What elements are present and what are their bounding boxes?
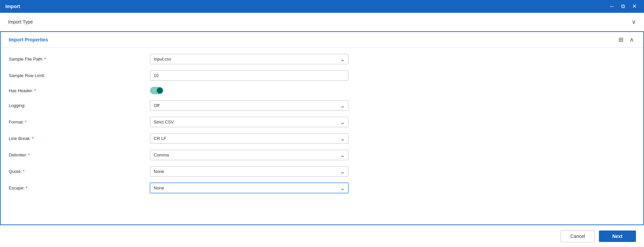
format-row: Format: * Strict CSV CSV TSV ⌄: [9, 117, 635, 127]
delimiter-select[interactable]: Comma Tab Semicolon Pipe: [150, 150, 348, 160]
escape-select-wrapper: None Backslash Double Quote ⌄: [150, 183, 348, 193]
content-area: Import Type ∨ Import Properties ⊞ ∧ Samp…: [0, 13, 644, 247]
delimiter-select-wrapper: Comma Tab Semicolon Pipe ⌄: [150, 150, 348, 160]
required-star: *: [28, 152, 30, 157]
logging-row: Logging: Off On ⌄: [9, 100, 635, 111]
quote-select[interactable]: None Double Quote Single Quote: [150, 166, 348, 177]
line-break-select-wrapper: CR LF LF CR ⌄: [150, 133, 348, 144]
import-modal: Import ─ ⧉ ✕ Import Type ∨ Import Proper…: [0, 0, 644, 247]
minimize-button[interactable]: ─: [608, 3, 616, 10]
collapse-section-button[interactable]: ∧: [628, 35, 635, 44]
chevron-down-icon: ∨: [632, 18, 636, 26]
format-label: Format: *: [9, 119, 150, 125]
quote-select-wrapper: None Double Quote Single Quote ⌄: [150, 166, 348, 177]
logging-control: Off On ⌄: [150, 100, 348, 111]
import-properties-section: Import Properties ⊞ ∧ Sample File Path: …: [0, 31, 644, 225]
line-break-row: Line Break: * CR LF LF CR ⌄: [9, 133, 635, 144]
sample-file-path-label: Sample File Path: *: [9, 57, 150, 62]
cancel-button[interactable]: Cancel: [561, 230, 595, 242]
titlebar-controls: ─ ⧉ ✕: [608, 3, 639, 10]
logging-select-wrapper: Off On ⌄: [150, 100, 348, 111]
required-star: *: [26, 185, 27, 190]
titlebar: Import ─ ⧉ ✕: [0, 0, 644, 13]
has-header-row: Has Header: *: [9, 87, 635, 94]
modal-title: Import: [5, 4, 608, 9]
format-select[interactable]: Strict CSV CSV TSV: [150, 117, 348, 127]
import-type-label: Import Type: [8, 19, 33, 25]
line-break-control: CR LF LF CR ⌄: [150, 133, 348, 144]
escape-row: Escape: * None Backslash Double Quote ⌄: [9, 183, 635, 193]
quote-row: Quote: * None Double Quote Single Quote …: [9, 166, 635, 177]
sample-file-path-control: Input.csv ⌄: [150, 54, 348, 64]
quote-control: None Double Quote Single Quote ⌄: [150, 166, 348, 177]
import-type-row[interactable]: Import Type ∨: [0, 13, 644, 31]
line-break-label: Line Break: *: [9, 136, 150, 141]
has-header-control: [150, 87, 348, 94]
required-star: *: [23, 169, 25, 174]
required-star: *: [25, 119, 27, 125]
restore-button[interactable]: ⧉: [619, 3, 627, 10]
sample-row-limit-row: Sample Row Limit:: [9, 70, 635, 81]
escape-select[interactable]: None Backslash Double Quote: [150, 183, 348, 193]
format-control: Strict CSV CSV TSV ⌄: [150, 117, 348, 127]
section-header: Import Properties ⊞ ∧: [1, 32, 643, 48]
section-title: Import Properties: [9, 37, 48, 42]
delimiter-control: Comma Tab Semicolon Pipe ⌄: [150, 150, 348, 160]
line-break-select[interactable]: CR LF LF CR: [150, 133, 348, 144]
required-star: *: [34, 88, 36, 93]
sample-file-path-select-wrapper: Input.csv ⌄: [150, 54, 348, 64]
has-header-label: Has Header: *: [9, 88, 150, 93]
logging-select[interactable]: Off On: [150, 100, 348, 111]
next-button[interactable]: Next: [599, 231, 636, 242]
sample-file-path-select[interactable]: Input.csv: [150, 54, 348, 64]
logging-label: Logging:: [9, 103, 150, 108]
close-button[interactable]: ✕: [630, 3, 639, 10]
sample-file-path-row: Sample File Path: * Input.csv ⌄: [9, 54, 635, 64]
sample-row-limit-control: [150, 70, 348, 81]
required-star: *: [44, 57, 46, 62]
form-area: Sample File Path: * Input.csv ⌄: [1, 48, 643, 224]
quote-label: Quote: *: [9, 169, 150, 174]
footer-bar: Cancel Next: [0, 225, 644, 247]
format-select-wrapper: Strict CSV CSV TSV ⌄: [150, 117, 348, 127]
escape-label: Escape: *: [9, 185, 150, 190]
has-header-toggle[interactable]: [150, 87, 163, 94]
section-header-controls: ⊞ ∧: [617, 35, 635, 44]
escape-control: None Backslash Double Quote ⌄: [150, 183, 348, 193]
restore-section-button[interactable]: ⊞: [617, 35, 625, 44]
required-star: *: [32, 136, 34, 141]
sample-row-limit-input[interactable]: [150, 70, 348, 81]
delimiter-label: Delimiter: *: [9, 152, 150, 157]
sample-row-limit-label: Sample Row Limit:: [9, 73, 150, 78]
delimiter-row: Delimiter: * Comma Tab Semicolon Pipe ⌄: [9, 150, 635, 160]
